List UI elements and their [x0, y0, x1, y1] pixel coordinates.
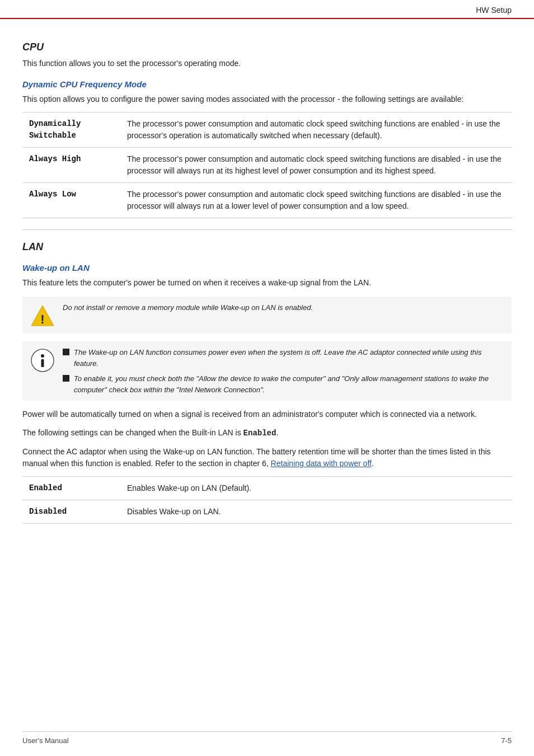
lan-para2-prefix: The following settings can be changed wh…	[22, 428, 243, 437]
lan-para2-bold: Enabled	[243, 429, 277, 438]
lan-row-key-2: Disabled	[22, 500, 120, 524]
bullet-icon	[63, 375, 69, 382]
info-icon	[30, 348, 55, 373]
lan-para3-suffix: .	[372, 459, 374, 468]
dynamic-cpu-desc: This option allows you to configure the …	[22, 93, 512, 105]
info-item-1: The Wake-up on LAN function consumes pow…	[63, 347, 504, 369]
dynamic-cpu-subsection-title: Dynamic CPU Frequency Mode	[22, 79, 512, 89]
lan-row-value-1: Enables Wake-up on LAN (Default).	[120, 477, 512, 500]
lan-para2-suffix: .	[276, 428, 278, 437]
cpu-row-value-3: The processor's power consumption and au…	[120, 183, 512, 218]
wakeup-subsection-title: Wake-up on LAN	[22, 263, 512, 273]
cpu-section-title: CPU	[22, 41, 512, 53]
svg-point-3	[41, 354, 44, 358]
cpu-section: CPU This function allows you to set the …	[22, 41, 512, 218]
info-items: The Wake-up on LAN function consumes pow…	[63, 347, 504, 395]
section-divider	[22, 229, 512, 230]
cpu-row-value-2: The processor's power consumption and au…	[120, 148, 512, 183]
warning-icon: !	[30, 303, 55, 328]
info-note: The Wake-up on LAN function consumes pow…	[22, 341, 512, 401]
info-item-2-text: To enable it, you must check both the "A…	[74, 373, 504, 395]
lan-section: LAN Wake-up on LAN This feature lets the…	[22, 241, 512, 524]
warning-text: Do not install or remove a memory module…	[63, 302, 313, 313]
footer-right: 7-5	[501, 736, 512, 745]
svg-rect-4	[41, 359, 44, 367]
main-content: CPU This function allows you to set the …	[0, 19, 534, 565]
page-header: HW Setup	[0, 0, 534, 19]
lan-row-value-2: Disables Wake-up on LAN.	[120, 500, 512, 524]
info-item-1-text: The Wake-up on LAN function consumes pow…	[74, 347, 504, 369]
info-item-2: To enable it, you must check both the "A…	[63, 373, 504, 395]
svg-text:!: !	[40, 312, 44, 326]
table-row: Enabled Enables Wake-up on LAN (Default)…	[22, 477, 512, 500]
cpu-settings-table: Dynamically Switchable The processor's p…	[22, 112, 512, 218]
footer-left: User's Manual	[22, 736, 69, 745]
cpu-row-value-1: The processor's power consumption and au…	[120, 112, 512, 148]
lan-settings-table: Enabled Enables Wake-up on LAN (Default)…	[22, 476, 512, 524]
cpu-row-key-3: Always Low	[22, 183, 120, 218]
wakeup-desc: This feature lets the computer's power b…	[22, 277, 512, 289]
lan-para3-prefix: Connect the AC adaptor when using the Wa…	[22, 447, 491, 468]
lan-para2: The following settings can be changed wh…	[22, 427, 512, 439]
lan-para3: Connect the AC adaptor when using the Wa…	[22, 446, 512, 469]
warning-note: ! Do not install or remove a memory modu…	[22, 297, 512, 334]
header-title: HW Setup	[476, 6, 512, 15]
page-footer: User's Manual 7-5	[22, 731, 512, 745]
table-row: Dynamically Switchable The processor's p…	[22, 112, 512, 148]
table-row: Always High The processor's power consum…	[22, 148, 512, 183]
page-container: HW Setup CPU This function allows you to…	[0, 0, 534, 756]
table-row: Always Low The processor's power consump…	[22, 183, 512, 218]
lan-para1: Power will be automatically turned on wh…	[22, 408, 512, 420]
lan-section-title: LAN	[22, 241, 512, 253]
lan-row-key-1: Enabled	[22, 477, 120, 500]
cpu-description: This function allows you to set the proc…	[22, 58, 512, 69]
cpu-row-key-1: Dynamically Switchable	[22, 112, 120, 148]
table-row: Disabled Disables Wake-up on LAN.	[22, 500, 512, 524]
cpu-row-key-2: Always High	[22, 148, 120, 183]
retaining-data-link[interactable]: Retaining data with power off	[271, 459, 372, 468]
bullet-icon	[63, 349, 69, 355]
